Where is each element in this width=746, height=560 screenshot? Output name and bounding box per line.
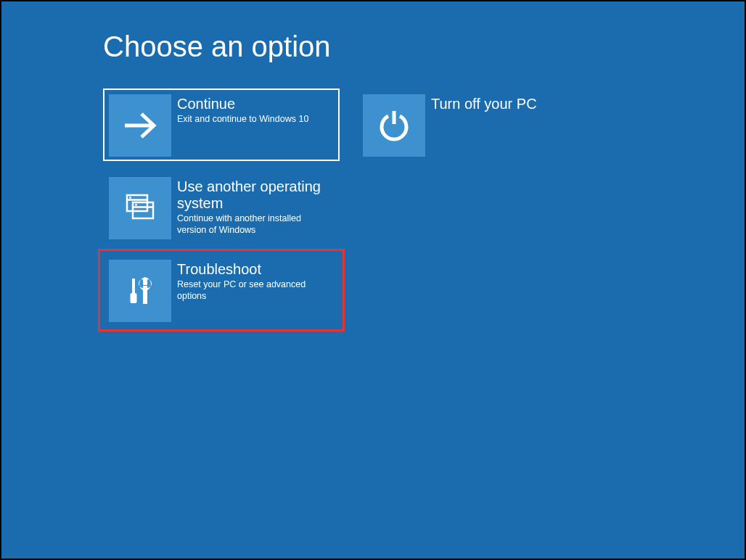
turn-off-title: Turn off your PC [431, 96, 537, 112]
page-title: Choose an option [103, 30, 745, 63]
continue-option[interactable]: Continue Exit and continue to Windows 10 [103, 88, 340, 161]
svg-rect-8 [131, 293, 137, 303]
svg-rect-7 [132, 279, 135, 295]
use-another-os-option[interactable]: Use another operating system Continue wi… [103, 171, 340, 244]
tools-icon [109, 260, 171, 322]
continue-title: Continue [177, 96, 308, 112]
use-another-os-subtitle: Continue with another installed version … [177, 213, 329, 236]
windows-cascade-icon [109, 177, 171, 239]
svg-rect-3 [129, 197, 131, 198]
use-another-os-title: Use another operating system [177, 178, 334, 212]
svg-rect-9 [143, 286, 147, 304]
power-icon [363, 94, 425, 157]
arrow-right-icon [109, 94, 171, 157]
troubleshoot-title: Troubleshoot [177, 261, 329, 278]
troubleshoot-option[interactable]: Troubleshoot Reset your PC or see advanc… [103, 254, 340, 326]
troubleshoot-subtitle: Reset your PC or see advanced options [177, 279, 329, 302]
svg-rect-6 [135, 204, 137, 205]
continue-subtitle: Exit and continue to Windows 10 [177, 114, 308, 125]
turn-off-pc-option[interactable]: Turn off your PC [357, 88, 594, 161]
